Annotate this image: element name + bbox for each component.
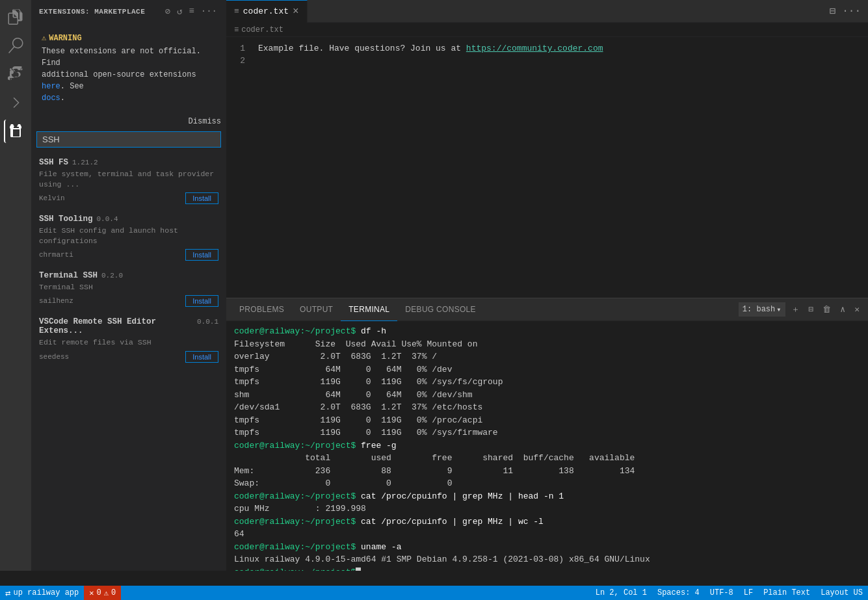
term-line: /dev/sda1 2.0T 683G 1.2T 37% /etc/hosts bbox=[234, 401, 860, 414]
remote-icon: ⇄ bbox=[5, 588, 10, 599]
activity-search[interactable] bbox=[4, 34, 27, 57]
bash-selector-container[interactable]: 1: bash ▾ bbox=[739, 302, 785, 317]
term-line: cpu MHz : 2199.998 bbox=[234, 502, 860, 515]
split-editor-icon[interactable]: ⊟ bbox=[828, 3, 838, 20]
trash-icon[interactable]: 🗑 bbox=[819, 303, 834, 317]
dismiss-area: Dismiss bbox=[36, 117, 221, 126]
ext-author: Kelvin bbox=[39, 194, 65, 202]
term-line: shm 64M 0 64M 0% /dev/shm bbox=[234, 389, 860, 402]
terminal-content[interactable]: coder@railway:~/project$ df -h Filesyste… bbox=[226, 321, 868, 571]
error-status[interactable]: ✕ 0 ⚠ 0 bbox=[84, 586, 121, 600]
warning-text: These extensions are not official. Find … bbox=[42, 46, 216, 104]
line-ending-indicator[interactable]: LF bbox=[739, 586, 758, 600]
tab-terminal[interactable]: TERMINAL bbox=[341, 298, 397, 321]
activity-source-control[interactable] bbox=[4, 62, 27, 86]
ext-name: VSCode Remote SSH Editor Extens... bbox=[39, 317, 193, 335]
activity-run-debug[interactable] bbox=[4, 91, 27, 114]
term-cmd: df -h bbox=[356, 326, 386, 336]
tab-debug-console[interactable]: DEBUG CONSOLE bbox=[397, 298, 484, 321]
here-link[interactable]: here bbox=[42, 82, 60, 91]
line-number-2: 2 bbox=[226, 55, 256, 67]
language-mode[interactable]: Plain Text bbox=[758, 586, 815, 600]
line-content-1: Example file. Have questions? Join us at… bbox=[256, 42, 603, 55]
tab-coder-txt[interactable]: ≡ coder.txt × bbox=[226, 0, 308, 23]
close-panel-icon[interactable]: ✕ bbox=[851, 302, 863, 317]
ext-desc: Edit SSH config and launch host configra… bbox=[39, 226, 218, 246]
refresh-icon[interactable]: ↺ bbox=[176, 5, 183, 18]
tab-bar: ≡ coder.txt × ⊟ ··· bbox=[226, 0, 868, 23]
cursor-position[interactable]: Ln 2, Col 1 bbox=[590, 586, 652, 600]
spaces-indicator[interactable]: Spaces: 4 bbox=[652, 586, 705, 600]
warning-icon: ⚠ bbox=[42, 33, 46, 43]
term-prompt: coder@railway:~/project$ bbox=[234, 326, 356, 336]
encoding-label: UTF-8 bbox=[710, 588, 733, 597]
term-line: coder@railway:~/project$ cat /proc/cpuin… bbox=[234, 490, 860, 503]
list-item[interactable]: SSH FS 1.21.2 File system, terminal and … bbox=[31, 153, 226, 209]
term-line: coder@railway:~/project$ df -h bbox=[234, 325, 860, 338]
list-item[interactable]: VSCode Remote SSH Editor Extens... 0.0.1… bbox=[31, 312, 226, 367]
ext-author: sailhenz bbox=[39, 297, 73, 305]
term-line: tmpfs 119G 0 119G 0% /sys/firmware bbox=[234, 426, 860, 439]
editor-line-1: 1 Example file. Have questions? Join us … bbox=[226, 42, 868, 55]
layout-indicator[interactable]: Layout US bbox=[815, 586, 868, 600]
ext-version: 0.0.4 bbox=[97, 215, 118, 223]
ext-name: SSH Tooling bbox=[39, 215, 93, 224]
sidebar-header: EXTENSIONS: MARKETPLACE ⊘ ↺ ≡ ··· bbox=[31, 0, 226, 23]
list-item[interactable]: Terminal SSH 0.2.0 Terminal SSH sailhenz… bbox=[31, 266, 226, 312]
warning-count: 0 bbox=[111, 588, 116, 597]
dismiss-button[interactable]: Dismiss bbox=[189, 117, 221, 126]
sidebar-title: EXTENSIONS: MARKETPLACE bbox=[39, 8, 145, 16]
tab-problems[interactable]: PROBLEMS bbox=[231, 298, 292, 321]
tab-close-icon[interactable]: × bbox=[293, 7, 299, 17]
activity-explorer[interactable] bbox=[4, 5, 27, 29]
cursor bbox=[356, 567, 361, 571]
term-line: Linux railway 4.9.0-15-amd64 #1 SMP Debi… bbox=[234, 553, 860, 566]
line-ending-label: LF bbox=[744, 588, 753, 597]
tab-output[interactable]: OUTPUT bbox=[292, 298, 341, 321]
breadcrumb-icon: ≡ bbox=[234, 25, 239, 34]
term-line: Filesystem Size Used Avail Use% Mounted … bbox=[234, 338, 860, 351]
ext-version: 0.0.1 bbox=[197, 318, 218, 326]
add-terminal-icon[interactable]: ＋ bbox=[788, 302, 803, 317]
ext-name: Terminal SSH bbox=[39, 271, 98, 280]
term-line: Swap: 0 0 0 bbox=[234, 477, 860, 490]
install-button[interactable]: Install bbox=[185, 192, 218, 204]
position-label: Ln 2, Col 1 bbox=[596, 588, 647, 597]
coder-link[interactable]: https://community.coder.com bbox=[466, 44, 603, 53]
more-actions-icon[interactable]: ··· bbox=[840, 3, 863, 19]
list-item[interactable]: SSH Tooling 0.0.4 Edit SSH config and la… bbox=[31, 209, 226, 266]
chevron-down-icon: ▾ bbox=[776, 305, 781, 315]
ext-name: SSH FS bbox=[39, 158, 68, 167]
docs-link[interactable]: docs bbox=[42, 94, 60, 103]
more-actions-icon[interactable]: ··· bbox=[200, 5, 218, 18]
activity-bar bbox=[0, 0, 31, 571]
editor-line-2: 2 bbox=[226, 55, 868, 67]
install-button[interactable]: Install bbox=[185, 351, 218, 363]
install-button[interactable]: Install bbox=[185, 249, 218, 261]
filter-icon[interactable]: ⊘ bbox=[164, 5, 172, 18]
bash-label: 1: bash bbox=[743, 305, 775, 314]
remote-status[interactable]: ⇄ up railway app bbox=[0, 586, 84, 600]
editor-content[interactable]: 1 Example file. Have questions? Join us … bbox=[226, 37, 868, 298]
term-line: tmpfs 119G 0 119G 0% /sys/fs/cgroup bbox=[234, 376, 860, 389]
tab-icon: ≡ bbox=[234, 7, 239, 16]
ext-author: chrmarti bbox=[39, 251, 73, 259]
search-input[interactable] bbox=[36, 131, 221, 148]
remote-label: up railway app bbox=[13, 588, 79, 597]
main-area: ≡ coder.txt × ⊟ ··· ≡ coder.txt 1 Exampl… bbox=[226, 0, 868, 571]
ext-desc: Terminal SSH bbox=[39, 282, 218, 293]
warning-icon: ⚠ bbox=[104, 588, 109, 598]
ext-desc: Edit remote files via SSH bbox=[39, 337, 218, 348]
split-terminal-icon[interactable]: ⊟ bbox=[806, 302, 817, 317]
sort-icon[interactable]: ≡ bbox=[187, 5, 195, 18]
activity-extensions[interactable] bbox=[4, 120, 27, 143]
status-bar: ⇄ up railway app ✕ 0 ⚠ 0 Ln 2, Col 1 Spa… bbox=[0, 586, 868, 600]
chevron-up-icon[interactable]: ∧ bbox=[837, 302, 848, 317]
term-line: coder@railway:~/project$ bbox=[234, 566, 860, 571]
install-button[interactable]: Install bbox=[185, 295, 218, 307]
encoding-indicator[interactable]: UTF-8 bbox=[705, 586, 739, 600]
breadcrumb: ≡ coder.txt bbox=[226, 23, 868, 37]
error-icon: ✕ bbox=[89, 588, 94, 598]
sidebar: EXTENSIONS: MARKETPLACE ⊘ ↺ ≡ ··· ⚠ WARN… bbox=[31, 0, 226, 571]
term-line: coder@railway:~/project$ free -g bbox=[234, 439, 860, 452]
